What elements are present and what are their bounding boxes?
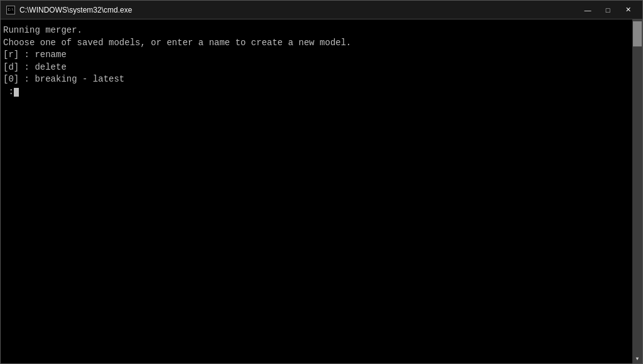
title-bar: C:\WINDOWS\system32\cmd.exe — □ ✕ xyxy=(1,1,642,19)
scrollbar-thumb[interactable] xyxy=(633,21,642,46)
scrollbar-arrow-down[interactable]: ▼ xyxy=(632,353,642,363)
cmd-window: C:\WINDOWS\system32\cmd.exe — □ ✕ Runnin… xyxy=(0,0,643,364)
terminal-line: Running merger. xyxy=(3,24,630,37)
cursor xyxy=(14,88,19,97)
title-bar-left: C:\WINDOWS\system32\cmd.exe xyxy=(6,5,132,15)
title-bar-buttons: — □ ✕ xyxy=(578,4,637,16)
terminal-line: [0] : breaking - latest xyxy=(3,73,630,86)
window-title: C:\WINDOWS\system32\cmd.exe xyxy=(19,6,132,14)
maximize-button[interactable]: □ xyxy=(598,4,617,16)
content-area: Running merger.Choose one of saved model… xyxy=(1,19,642,363)
cmd-icon xyxy=(6,5,16,15)
terminal-output[interactable]: Running merger.Choose one of saved model… xyxy=(1,19,632,363)
terminal-line: [r] : rename xyxy=(3,49,630,62)
minimize-button[interactable]: — xyxy=(578,4,597,16)
terminal-line: Choose one of saved models, or enter a n… xyxy=(3,37,630,50)
terminal-line: [d] : delete xyxy=(3,62,630,74)
terminal-line: : xyxy=(3,86,630,99)
scrollbar[interactable]: ▲ ▼ xyxy=(632,19,642,363)
close-button[interactable]: ✕ xyxy=(619,4,637,16)
